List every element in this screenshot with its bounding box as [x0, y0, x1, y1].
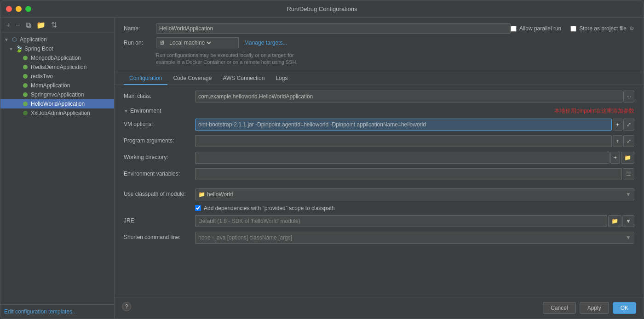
vm-options-row: VM options: + ⤢ [124, 119, 634, 131]
main-class-row: Main class: ··· [124, 91, 634, 103]
run-on-label: Run on: [124, 40, 156, 46]
sidebar-item-xxljob[interactable]: XxlJobAdminApplication [0, 108, 114, 118]
program-args-fullscreen-button[interactable]: ⤢ [623, 135, 634, 147]
ok-button[interactable]: OK [613, 302, 636, 314]
run-icon [22, 100, 29, 108]
sidebar-item-helloworld[interactable]: HelloWorldApplication [0, 99, 114, 108]
jre-select-display[interactable]: Default (1.8 - SDK of 'helloWorld' modul… [195, 215, 607, 227]
add-deps-checkbox[interactable] [195, 205, 201, 211]
classpath-field-group: 📁 helloWorld ▼ [195, 188, 634, 200]
classpath-dropdown-arrow: ▼ [626, 191, 631, 198]
sidebar-toolbar: + − ⧉ 📁 ⇅ [0, 18, 114, 33]
cancel-button[interactable]: Cancel [543, 302, 575, 314]
sidebar-item-label: MdmApplication [31, 82, 70, 89]
add-deps-row: Add dependencies with "provided" scope t… [195, 205, 634, 211]
working-dir-input[interactable] [195, 152, 610, 164]
sidebar-item-label: Application [20, 36, 47, 43]
sidebar-item-mdm[interactable]: MdmApplication [0, 81, 114, 90]
main-class-browse-button[interactable]: ··· [623, 91, 634, 103]
sidebar-item-label: HelloWorldApplication [31, 101, 85, 107]
env-vars-row: Environment variables: ☰ [124, 168, 634, 181]
program-args-row: Program arguments: + ⤢ [124, 135, 634, 148]
jre-browse-button[interactable]: 📁 [608, 215, 621, 227]
program-args-expand-button[interactable]: + [613, 135, 622, 147]
folder-config-button[interactable]: 📁 [34, 21, 47, 30]
sidebar-item-label: SpringmvcApplication [31, 91, 84, 98]
allow-parallel-label: Allow parallel run [519, 25, 561, 32]
name-input[interactable] [156, 23, 511, 34]
vm-options-fullscreen-button[interactable]: ⤢ [623, 119, 634, 131]
working-dir-add-button[interactable]: + [610, 152, 620, 164]
sort-config-button[interactable]: ⇅ [49, 21, 59, 30]
tab-logs[interactable]: Logs [270, 72, 293, 85]
working-dir-field-group: + 📁 [195, 152, 634, 164]
vm-options-input[interactable] [195, 119, 612, 131]
header-top-row: Name: Allow parallel run Store as projec… [124, 23, 634, 34]
run-icon [22, 82, 29, 89]
program-args-label: Program arguments: [124, 135, 195, 144]
close-button[interactable] [6, 6, 12, 12]
add-config-button[interactable]: + [4, 21, 12, 30]
env-vars-edit-button[interactable]: ☰ [623, 168, 634, 180]
help-button[interactable]: ? [122, 302, 131, 311]
minimize-button[interactable] [16, 6, 22, 12]
annotation-text: 本地使用pinpoint在这里添加参数 [554, 107, 634, 115]
shorten-cmd-row: Shorten command line: none - java [optio… [124, 232, 634, 245]
vm-options-expand-button[interactable]: + [613, 119, 622, 131]
vm-options-field-group: + ⤢ [195, 119, 634, 131]
env-vars-field-group: ☰ [195, 168, 634, 180]
environment-section: ▼ Environment 本地使用pinpoint在这里添加参数 VM opt… [124, 107, 634, 181]
shorten-cmd-select-display[interactable]: none - java [options] className [args] ▼ [195, 232, 634, 244]
traffic-lights [6, 6, 31, 12]
run-icon [22, 91, 29, 98]
title-bar: Run/Debug Configurations [0, 0, 644, 18]
working-dir-row: Working directory: + 📁 [124, 152, 634, 165]
config-header: Name: Allow parallel run Store as projec… [115, 18, 644, 72]
header-right-options: Allow parallel run Store as project file… [511, 25, 634, 32]
edit-templates-link[interactable]: Edit configuration templates... [4, 308, 77, 315]
sidebar-item-redistwo[interactable]: redisTwo [0, 72, 114, 81]
sidebar-footer: Edit configuration templates... [0, 304, 114, 319]
main-content: + − ⧉ 📁 ⇅ ▼ ⬡ Application ▼ 🍃 Spring Boo… [0, 18, 644, 319]
program-args-input[interactable] [195, 135, 612, 147]
env-vars-input[interactable] [195, 168, 622, 180]
sidebar-item-application[interactable]: ▼ ⬡ Application [0, 35, 114, 44]
sidebar-item-springmvc[interactable]: SpringmvcApplication [0, 90, 114, 99]
footer: ? Cancel Apply OK [115, 297, 644, 319]
gear-icon[interactable]: ⚙ [629, 25, 634, 32]
expand-arrow: ▼ [4, 37, 10, 42]
working-dir-browse-button[interactable]: 📁 [621, 152, 634, 164]
tab-aws-connection[interactable]: AWS Connection [217, 72, 270, 85]
apply-button[interactable]: Apply [580, 302, 609, 314]
classpath-row: Use classpath of module: 📁 helloWorld ▼ [124, 188, 634, 201]
sidebar-item-label: XxlJobAdminApplication [31, 110, 90, 116]
tab-configuration[interactable]: Configuration [124, 72, 167, 85]
name-label: Name: [124, 25, 156, 32]
expand-arrow: ▼ [9, 46, 14, 51]
run-on-select[interactable]: 🖥 Local machine [156, 37, 239, 48]
application-icon: ⬡ [11, 36, 18, 43]
name-row: Name: [124, 23, 511, 34]
sidebar-tree: ▼ ⬡ Application ▼ 🍃 Spring Boot MongodbA… [0, 33, 114, 304]
main-panel: Name: Allow parallel run Store as projec… [115, 18, 644, 319]
sidebar-item-springboot[interactable]: ▼ 🍃 Spring Boot [0, 44, 114, 53]
add-deps-label: Add dependencies with "provided" scope t… [204, 205, 335, 211]
main-class-input[interactable] [195, 91, 622, 103]
jre-dropdown-button[interactable]: ▼ [622, 215, 634, 227]
tab-code-coverage[interactable]: Code Coverage [167, 72, 217, 85]
sidebar-item-mongodb[interactable]: MongodbApplication [0, 53, 114, 63]
classpath-label: Use classpath of module: [124, 188, 195, 197]
config-body: Main class: ··· ▼ Environment 本地使用pinpoi… [115, 85, 644, 297]
shorten-cmd-value: none - java [options] className [args] [198, 234, 626, 241]
store-project-checkbox[interactable] [570, 26, 576, 32]
manage-targets-link[interactable]: Manage targets... [244, 40, 287, 46]
run-on-dropdown[interactable]: Local machine [167, 39, 213, 46]
maximize-button[interactable] [25, 6, 31, 12]
store-project-label: Store as project file [579, 25, 627, 32]
working-dir-label: Working directory: [124, 152, 195, 160]
sidebar-item-redis[interactable]: RedisDemoApplication [0, 63, 114, 72]
allow-parallel-checkbox[interactable] [511, 26, 517, 32]
copy-config-button[interactable]: ⧉ [24, 21, 33, 30]
classpath-select-display[interactable]: 📁 helloWorld ▼ [195, 188, 634, 200]
remove-config-button[interactable]: − [14, 21, 22, 30]
